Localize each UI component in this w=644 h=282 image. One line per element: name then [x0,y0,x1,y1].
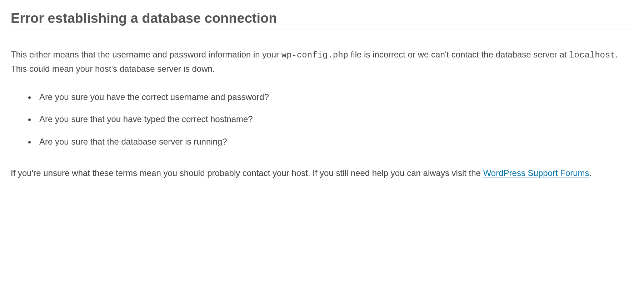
list-item: Are you sure that the database server is… [36,135,633,148]
db-host-code: localhost [569,50,615,60]
intro-text-2: file is incorrect or we can't contact th… [348,50,569,59]
footer-text-1: If you're unsure what these terms mean y… [11,168,483,178]
list-item: Are you sure you have the correct userna… [36,90,633,104]
config-file-code: wp-config.php [281,50,348,60]
intro-text-1: This either means that the username and … [11,50,281,59]
error-footer: If you're unsure what these terms mean y… [11,166,633,180]
footer-text-2: . [589,168,592,178]
error-heading: Error establishing a database connection [11,11,633,30]
troubleshoot-list: Are you sure you have the correct userna… [36,90,633,148]
list-item: Are you sure that you have typed the cor… [36,112,633,126]
error-intro: This either means that the username and … [11,48,633,76]
support-forums-link[interactable]: WordPress Support Forums [483,168,589,178]
